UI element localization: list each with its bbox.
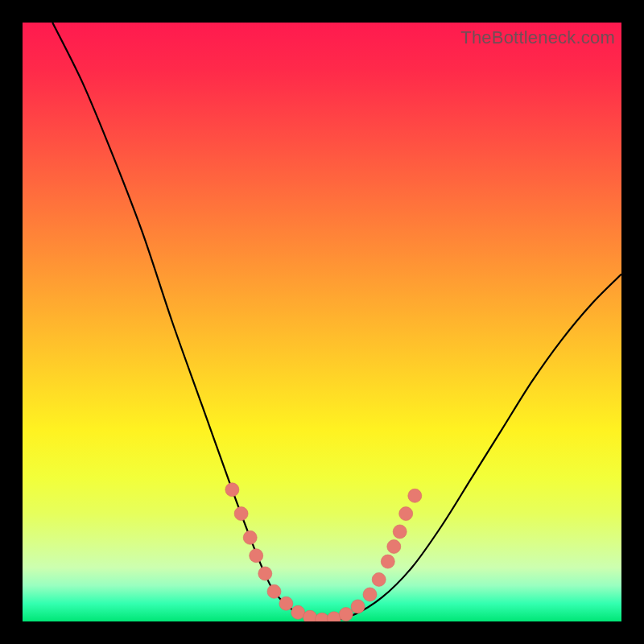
chart-container: TheBottleneck.com (0, 0, 644, 644)
plot-area: TheBottleneck.com (23, 23, 621, 621)
curve-marker (393, 525, 407, 539)
bottleneck-curve-path (52, 23, 621, 621)
curve-marker (243, 530, 257, 544)
curve-marker (234, 507, 248, 521)
curve-marker (267, 584, 281, 598)
curve-marker (327, 612, 341, 621)
curve-marker (408, 489, 422, 502)
curve-marker (381, 555, 394, 568)
curve-marker (316, 613, 329, 621)
curve-marker (291, 605, 305, 619)
curve-marker (372, 572, 386, 586)
curve-marker (399, 507, 413, 521)
curve-marker (225, 483, 239, 497)
curve-marker (363, 588, 377, 601)
bottleneck-curve-svg (23, 23, 621, 621)
curve-marker (387, 540, 401, 554)
curve-marker (250, 549, 263, 563)
marker-group (225, 483, 422, 621)
curve-marker (258, 567, 272, 580)
curve-marker (303, 610, 317, 621)
curve-marker (279, 597, 293, 610)
curve-marker (351, 600, 365, 613)
curve-marker (339, 608, 353, 621)
